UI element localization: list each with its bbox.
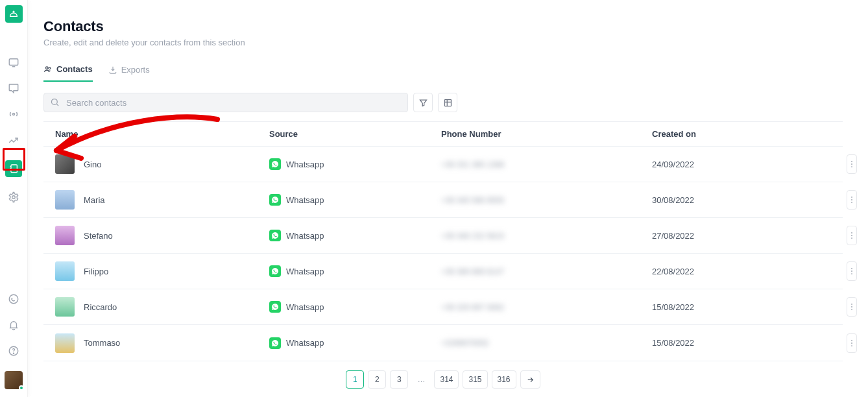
contact-source: Whatsapp bbox=[286, 338, 324, 348]
search-input[interactable] bbox=[43, 93, 408, 112]
svg-point-16 bbox=[851, 199, 852, 200]
page-subtitle: Create, edit and delete your contacts fr… bbox=[43, 38, 843, 47]
more-vertical-icon bbox=[847, 160, 856, 169]
nav-dashboard[interactable] bbox=[8, 56, 19, 68]
more-vertical-icon bbox=[847, 195, 856, 204]
contact-avatar bbox=[55, 190, 75, 210]
next-page-button[interactable] bbox=[520, 370, 540, 389]
page-button[interactable]: 316 bbox=[492, 370, 516, 389]
sidebar bbox=[0, 0, 28, 397]
column-name: Name bbox=[43, 126, 258, 141]
svg-point-25 bbox=[851, 306, 852, 307]
columns-icon bbox=[443, 98, 453, 108]
filter-button[interactable] bbox=[413, 93, 433, 112]
search-icon bbox=[50, 97, 60, 109]
table-row[interactable]: Filippo Whatsapp +39 389 889 8147 22/08/… bbox=[43, 254, 843, 289]
nav-contacts[interactable] bbox=[5, 160, 22, 177]
nav-notifications[interactable] bbox=[8, 319, 19, 331]
whatsapp-icon bbox=[269, 230, 281, 241]
row-actions-button[interactable] bbox=[847, 190, 857, 210]
svg-point-7 bbox=[13, 353, 14, 354]
contact-phone: +39 389 889 8147 bbox=[441, 267, 504, 276]
table-row[interactable]: Maria Whatsapp +39 345 586 9555 30/08/20… bbox=[43, 182, 843, 218]
tab-contacts[interactable]: Contacts bbox=[43, 60, 93, 82]
svg-point-22 bbox=[851, 271, 852, 272]
whatsapp-icon bbox=[269, 265, 281, 277]
contact-created: 22/08/2022 bbox=[640, 264, 835, 279]
table-row[interactable]: Gino Whatsapp +39 331 385 1388 24/09/202… bbox=[43, 147, 843, 182]
contact-avatar bbox=[55, 333, 75, 353]
contact-avatar bbox=[55, 226, 75, 245]
whatsapp-icon bbox=[269, 301, 281, 313]
svg-point-23 bbox=[851, 273, 852, 274]
svg-rect-1 bbox=[9, 59, 18, 66]
svg-point-18 bbox=[851, 232, 852, 234]
pagination: 123…314315316 bbox=[43, 370, 843, 389]
more-vertical-icon bbox=[847, 302, 856, 311]
tab-exports[interactable]: Exports bbox=[108, 60, 150, 82]
svg-point-29 bbox=[851, 345, 852, 346]
nav-settings[interactable] bbox=[8, 191, 19, 203]
svg-point-5 bbox=[9, 295, 18, 304]
contact-phone: +39 329 897 0082 bbox=[441, 303, 504, 312]
svg-point-13 bbox=[851, 163, 852, 165]
svg-rect-3 bbox=[11, 165, 17, 173]
whatsapp-icon bbox=[269, 337, 281, 349]
contact-created: 27/08/2022 bbox=[640, 228, 835, 243]
presence-dot bbox=[19, 385, 24, 391]
contact-created: 30/08/2022 bbox=[640, 193, 835, 208]
nav-help[interactable] bbox=[8, 345, 19, 357]
nav-analytics[interactable] bbox=[8, 134, 19, 146]
row-actions-button[interactable] bbox=[847, 154, 857, 174]
page-title: Contacts bbox=[43, 18, 843, 35]
app-logo[interactable] bbox=[5, 5, 23, 23]
table-row[interactable]: Stefano Whatsapp +39 348 232 5815 27/08/… bbox=[43, 218, 843, 254]
user-avatar[interactable] bbox=[5, 371, 23, 389]
cloche-icon bbox=[8, 9, 19, 19]
contact-created: 24/09/2022 bbox=[640, 157, 835, 172]
svg-point-28 bbox=[851, 343, 852, 344]
row-actions-button[interactable] bbox=[847, 226, 857, 245]
contact-created: 15/08/2022 bbox=[640, 300, 835, 315]
more-vertical-icon bbox=[847, 267, 856, 276]
row-actions-button[interactable] bbox=[847, 333, 857, 353]
column-created: Created on bbox=[640, 126, 835, 141]
filter-bar bbox=[43, 93, 843, 112]
page-button[interactable]: 3 bbox=[390, 370, 408, 389]
contact-source: Whatsapp bbox=[286, 302, 324, 312]
columns-button[interactable] bbox=[438, 93, 457, 112]
contact-name: Filippo bbox=[84, 267, 108, 276]
page-button[interactable]: 314 bbox=[434, 370, 459, 389]
contact-name: Maria bbox=[84, 195, 105, 205]
page-button[interactable]: 1 bbox=[346, 370, 364, 389]
tabs: Contacts Exports bbox=[43, 60, 843, 82]
page-button[interactable]: 315 bbox=[463, 370, 487, 389]
contact-avatar bbox=[55, 297, 75, 317]
page-ellipsis: … bbox=[412, 370, 430, 389]
nav-whatsapp[interactable] bbox=[8, 293, 19, 305]
svg-point-0 bbox=[13, 11, 14, 12]
page-button[interactable]: 2 bbox=[368, 370, 386, 389]
main-content: Contacts Create, edit and delete your co… bbox=[28, 0, 858, 397]
contact-source: Whatsapp bbox=[286, 231, 324, 241]
table-row[interactable]: Tommaso Whatsapp +3298970052 15/08/2022 bbox=[43, 325, 843, 361]
nav-messages[interactable] bbox=[8, 82, 19, 94]
svg-point-2 bbox=[13, 114, 15, 115]
svg-rect-11 bbox=[444, 99, 451, 106]
row-actions-button[interactable] bbox=[847, 297, 857, 317]
contact-avatar bbox=[55, 261, 75, 281]
contact-name: Stefano bbox=[84, 231, 113, 241]
table-row[interactable]: Riccardo Whatsapp +39 329 897 0082 15/08… bbox=[43, 289, 843, 325]
contact-source: Whatsapp bbox=[286, 160, 324, 169]
table-header: Name Source Phone Number Created on bbox=[43, 122, 843, 147]
more-vertical-icon bbox=[847, 231, 856, 240]
row-actions-button[interactable] bbox=[847, 261, 857, 281]
tab-label: Contacts bbox=[56, 64, 93, 74]
svg-point-10 bbox=[52, 99, 58, 105]
svg-point-4 bbox=[12, 196, 16, 199]
contact-phone: +39 345 586 9555 bbox=[441, 196, 504, 205]
nav-broadcast[interactable] bbox=[8, 108, 19, 120]
more-vertical-icon bbox=[847, 339, 856, 348]
column-phone: Phone Number bbox=[429, 126, 640, 141]
svg-point-17 bbox=[851, 202, 852, 203]
